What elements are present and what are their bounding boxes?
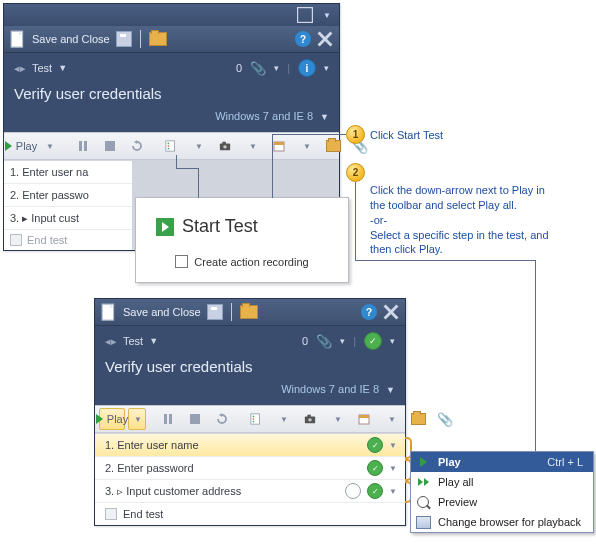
connector-line: [198, 168, 199, 198]
chevron-down-icon[interactable]: ▼: [389, 441, 397, 450]
help-icon[interactable]: ?: [295, 31, 311, 47]
nav-arrows-icon[interactable]: ◂▸: [105, 335, 117, 348]
svg-rect-20: [169, 414, 172, 424]
chevron-down-icon[interactable]: ▼: [320, 112, 329, 122]
stop-button[interactable]: [183, 409, 207, 429]
callout-text: Click Start Test: [370, 129, 443, 141]
edit-steps-button[interactable]: [244, 409, 268, 429]
document-icon: [101, 304, 117, 320]
svg-rect-15: [274, 142, 284, 145]
chevron-down-icon[interactable]: ▼: [186, 136, 210, 156]
info-status-icon[interactable]: i: [298, 59, 316, 77]
start-test-button[interactable]: Start Test: [156, 216, 328, 237]
close-icon[interactable]: [383, 304, 399, 320]
svg-point-8: [168, 143, 170, 145]
active-icon[interactable]: ▶: [345, 483, 361, 499]
step-count: 0: [236, 62, 242, 74]
checkbox-icon: [175, 255, 188, 268]
menu-item-preview[interactable]: Preview: [411, 492, 593, 512]
dropdown-icon[interactable]: ▼: [319, 7, 335, 23]
chevron-down-icon[interactable]: ▼: [58, 63, 67, 73]
close-icon[interactable]: [317, 31, 333, 47]
connector-line: [272, 134, 273, 198]
svg-rect-4: [79, 141, 82, 151]
breadcrumb-test[interactable]: Test: [123, 335, 143, 347]
create-action-recording-checkbox[interactable]: Create action recording: [156, 255, 328, 268]
save-icon[interactable]: [116, 31, 132, 47]
step-label: 3. ▹ Input customer address: [105, 485, 339, 498]
breadcrumb-test[interactable]: Test: [32, 62, 52, 74]
play-label: Play: [16, 140, 37, 152]
menu-item-play-all[interactable]: Play all: [411, 472, 593, 492]
bug-button[interactable]: [352, 409, 376, 429]
test-title: Verify user credentials: [14, 85, 329, 102]
callout-1: Click Start Test: [370, 128, 510, 143]
attachment-icon[interactable]: 📎: [250, 61, 266, 76]
nav-arrows-icon[interactable]: ◂▸: [14, 62, 26, 75]
screenshot-button[interactable]: [298, 409, 322, 429]
chevron-down-icon[interactable]: ▼: [386, 385, 395, 395]
pass-status-icon[interactable]: ✓: [364, 332, 382, 350]
breadcrumb: ◂▸ Test ▼ 0 📎 ▾ | ✓ ▾: [105, 332, 395, 350]
pause-button[interactable]: [156, 409, 180, 429]
pass-icon[interactable]: ✓: [367, 483, 383, 499]
chevron-down-icon[interactable]: ▾: [390, 336, 395, 346]
chevron-down-icon[interactable]: ▼: [389, 487, 397, 496]
menu-label: Play: [438, 456, 540, 468]
chevron-down-icon[interactable]: ▾: [274, 63, 279, 73]
step-row[interactable]: 3. ▸ Input cust: [4, 207, 132, 230]
end-test-row[interactable]: End test: [4, 230, 132, 250]
pass-icon[interactable]: ✓: [367, 437, 383, 453]
preview-icon: [415, 494, 431, 510]
play-dropdown[interactable]: ▼: [37, 136, 61, 156]
save-and-close-button[interactable]: Save and Close: [123, 306, 201, 318]
menu-item-change-browser[interactable]: Change browser for playback: [411, 512, 593, 532]
end-test-row[interactable]: End test: [95, 503, 405, 525]
play-icon: [415, 454, 431, 470]
pass-icon[interactable]: ✓: [367, 460, 383, 476]
edit-steps-button[interactable]: [159, 136, 183, 156]
play-dropdown[interactable]: ▼: [128, 408, 146, 430]
chevron-down-icon[interactable]: ▼: [271, 409, 295, 429]
undo-button[interactable]: [125, 136, 149, 156]
folder-button[interactable]: [406, 409, 430, 429]
pause-button[interactable]: [71, 136, 95, 156]
open-folder-icon[interactable]: [149, 32, 167, 46]
maximize-icon[interactable]: [297, 7, 313, 23]
chevron-down-icon[interactable]: ▼: [379, 409, 403, 429]
play-label: Play: [107, 413, 128, 425]
save-icon[interactable]: [207, 304, 223, 320]
step-row[interactable]: 3. ▹ Input customer address ▶ ✓ ▼: [95, 480, 405, 503]
open-folder-icon[interactable]: [240, 305, 258, 319]
help-icon[interactable]: ?: [361, 304, 377, 320]
play-button[interactable]: Play: [8, 135, 34, 157]
checkbox-label: Create action recording: [194, 256, 308, 268]
start-test-icon: [156, 218, 174, 236]
attachment-icon[interactable]: 📎: [316, 334, 332, 349]
step-row[interactable]: 2. Enter passwo: [4, 184, 132, 207]
undo-button[interactable]: [210, 409, 234, 429]
step-row[interactable]: 2. Enter password ✓ ▼: [95, 457, 405, 480]
step-row[interactable]: 1. Enter user name ✓ ▼: [95, 434, 405, 457]
svg-rect-19: [164, 414, 167, 424]
chevron-down-icon[interactable]: ▼: [149, 336, 158, 346]
step-row[interactable]: 1. Enter user na: [4, 161, 132, 184]
chevron-down-icon[interactable]: ▼: [325, 409, 349, 429]
screenshot-button[interactable]: [213, 136, 237, 156]
bug-button[interactable]: [267, 136, 291, 156]
menu-item-play[interactable]: Play Ctrl + L: [411, 452, 593, 472]
chevron-down-icon[interactable]: ▼: [389, 464, 397, 473]
attachment-button[interactable]: 📎: [433, 409, 457, 429]
chevron-down-icon[interactable]: ▾: [340, 336, 345, 346]
folder-button[interactable]: [321, 136, 345, 156]
play-button[interactable]: Play: [99, 408, 125, 430]
chevron-down-icon[interactable]: ▾: [324, 63, 329, 73]
configuration-label[interactable]: Windows 7 and IE 8: [281, 383, 379, 395]
chevron-down-icon[interactable]: ▼: [294, 136, 318, 156]
play-toolbar: Play ▼ ▼ ▼ ▼ 📎: [95, 405, 405, 433]
configuration-label[interactable]: Windows 7 and IE 8: [215, 110, 313, 122]
stop-button[interactable]: [98, 136, 122, 156]
connector-line: [355, 182, 356, 260]
save-and-close-button[interactable]: Save and Close: [32, 33, 110, 45]
chevron-down-icon[interactable]: ▼: [240, 136, 264, 156]
